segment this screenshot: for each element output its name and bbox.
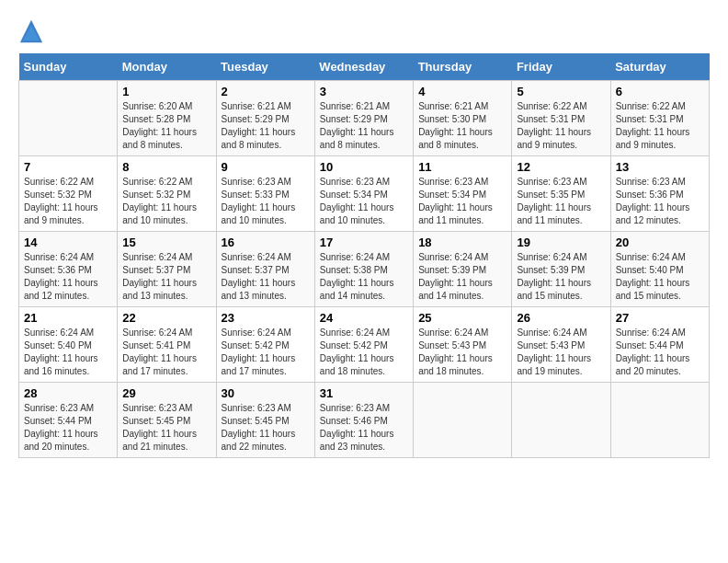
- day-number: 29: [122, 386, 210, 400]
- page-header: [18, 18, 710, 44]
- day-info: Sunrise: 6:24 AMSunset: 5:42 PMDaylight:…: [320, 327, 394, 376]
- day-cell: 24 Sunrise: 6:24 AMSunset: 5:42 PMDaylig…: [314, 307, 413, 383]
- day-number: 3: [320, 85, 408, 98]
- day-info: Sunrise: 6:23 AMSunset: 5:34 PMDaylight:…: [418, 177, 493, 225]
- day-number: 14: [24, 236, 112, 249]
- day-number: 26: [517, 311, 605, 325]
- day-cell: 25 Sunrise: 6:24 AMSunset: 5:43 PMDaylig…: [414, 307, 512, 383]
- day-number: 8: [122, 160, 210, 174]
- day-info: Sunrise: 6:24 AMSunset: 5:41 PMDaylight:…: [122, 327, 197, 376]
- day-number: 25: [418, 311, 506, 325]
- day-info: Sunrise: 6:22 AMSunset: 5:31 PMDaylight:…: [616, 101, 690, 150]
- logo: [18, 18, 48, 44]
- day-info: Sunrise: 6:24 AMSunset: 5:40 PMDaylight:…: [24, 327, 98, 376]
- day-number: 24: [320, 311, 408, 325]
- day-cell: 8 Sunrise: 6:22 AMSunset: 5:32 PMDayligh…: [118, 156, 216, 232]
- day-cell: 18 Sunrise: 6:24 AMSunset: 5:39 PMDaylig…: [414, 232, 512, 307]
- day-cell: 21 Sunrise: 6:24 AMSunset: 5:40 PMDaylig…: [19, 307, 118, 383]
- day-number: 31: [320, 386, 408, 400]
- day-number: 10: [320, 160, 408, 174]
- day-number: 17: [320, 236, 408, 249]
- day-header-monday: Monday: [118, 53, 216, 81]
- day-number: 15: [122, 236, 210, 249]
- day-info: Sunrise: 6:24 AMSunset: 5:37 PMDaylight:…: [122, 252, 197, 301]
- day-cell: 19 Sunrise: 6:24 AMSunset: 5:39 PMDaylig…: [512, 232, 610, 307]
- day-info: Sunrise: 6:24 AMSunset: 5:43 PMDaylight:…: [517, 327, 591, 376]
- day-number: 19: [517, 236, 605, 249]
- day-cell: 16 Sunrise: 6:24 AMSunset: 5:37 PMDaylig…: [216, 232, 314, 307]
- calendar-table: SundayMondayTuesdayWednesdayThursdayFrid…: [18, 53, 710, 458]
- day-info: Sunrise: 6:24 AMSunset: 5:36 PMDaylight:…: [24, 252, 98, 301]
- day-header-saturday: Saturday: [610, 53, 709, 81]
- day-number: 30: [222, 386, 310, 400]
- day-number: 1: [122, 85, 210, 98]
- day-number: 20: [616, 236, 704, 249]
- day-number: 9: [222, 160, 310, 174]
- day-number: 13: [616, 160, 704, 174]
- day-number: 2: [222, 85, 310, 98]
- week-row-5: 28 Sunrise: 6:23 AMSunset: 5:44 PMDaylig…: [19, 383, 710, 458]
- day-cell: 5 Sunrise: 6:22 AMSunset: 5:31 PMDayligh…: [512, 81, 610, 156]
- day-number: 27: [616, 311, 704, 325]
- day-cell: 30 Sunrise: 6:23 AMSunset: 5:45 PMDaylig…: [216, 383, 314, 458]
- day-info: Sunrise: 6:23 AMSunset: 5:33 PMDaylight:…: [222, 177, 296, 225]
- day-header-sunday: Sunday: [19, 53, 118, 81]
- day-number: 16: [222, 236, 310, 249]
- day-cell: 15 Sunrise: 6:24 AMSunset: 5:37 PMDaylig…: [118, 232, 216, 307]
- day-info: Sunrise: 6:23 AMSunset: 5:34 PMDaylight:…: [320, 177, 394, 225]
- day-cell: [610, 383, 709, 458]
- day-info: Sunrise: 6:24 AMSunset: 5:42 PMDaylight:…: [222, 327, 296, 376]
- day-header-friday: Friday: [512, 53, 610, 81]
- day-number: 5: [517, 85, 605, 98]
- day-cell: 9 Sunrise: 6:23 AMSunset: 5:33 PMDayligh…: [216, 156, 314, 232]
- day-header-tuesday: Tuesday: [216, 53, 314, 81]
- day-number: 11: [418, 160, 506, 174]
- day-cell: 6 Sunrise: 6:22 AMSunset: 5:31 PMDayligh…: [610, 81, 709, 156]
- day-cell: 11 Sunrise: 6:23 AMSunset: 5:34 PMDaylig…: [414, 156, 512, 232]
- day-cell: 29 Sunrise: 6:23 AMSunset: 5:45 PMDaylig…: [118, 383, 216, 458]
- day-cell: [414, 383, 512, 458]
- day-header-thursday: Thursday: [414, 53, 512, 81]
- day-info: Sunrise: 6:24 AMSunset: 5:39 PMDaylight:…: [418, 252, 493, 301]
- day-cell: 4 Sunrise: 6:21 AMSunset: 5:30 PMDayligh…: [414, 81, 512, 156]
- day-cell: 27 Sunrise: 6:24 AMSunset: 5:44 PMDaylig…: [610, 307, 709, 383]
- week-row-3: 14 Sunrise: 6:24 AMSunset: 5:36 PMDaylig…: [19, 232, 710, 307]
- day-number: 12: [517, 160, 605, 174]
- day-cell: 26 Sunrise: 6:24 AMSunset: 5:43 PMDaylig…: [512, 307, 610, 383]
- day-cell: 31 Sunrise: 6:23 AMSunset: 5:46 PMDaylig…: [314, 383, 413, 458]
- day-info: Sunrise: 6:24 AMSunset: 5:44 PMDaylight:…: [616, 327, 690, 376]
- day-cell: 28 Sunrise: 6:23 AMSunset: 5:44 PMDaylig…: [19, 383, 118, 458]
- day-number: 23: [222, 311, 310, 325]
- day-info: Sunrise: 6:23 AMSunset: 5:45 PMDaylight:…: [222, 403, 296, 452]
- day-cell: 20 Sunrise: 6:24 AMSunset: 5:40 PMDaylig…: [610, 232, 709, 307]
- day-info: Sunrise: 6:21 AMSunset: 5:29 PMDaylight:…: [222, 101, 296, 150]
- week-row-2: 7 Sunrise: 6:22 AMSunset: 5:32 PMDayligh…: [19, 156, 710, 232]
- day-cell: 7 Sunrise: 6:22 AMSunset: 5:32 PMDayligh…: [19, 156, 118, 232]
- day-info: Sunrise: 6:21 AMSunset: 5:29 PMDaylight:…: [320, 101, 394, 150]
- day-cell: 22 Sunrise: 6:24 AMSunset: 5:41 PMDaylig…: [118, 307, 216, 383]
- day-info: Sunrise: 6:23 AMSunset: 5:46 PMDaylight:…: [320, 403, 394, 452]
- day-cell: 13 Sunrise: 6:23 AMSunset: 5:36 PMDaylig…: [610, 156, 709, 232]
- day-info: Sunrise: 6:24 AMSunset: 5:40 PMDaylight:…: [616, 252, 690, 301]
- day-info: Sunrise: 6:24 AMSunset: 5:38 PMDaylight:…: [320, 252, 394, 301]
- day-cell: 12 Sunrise: 6:23 AMSunset: 5:35 PMDaylig…: [512, 156, 610, 232]
- day-cell: 2 Sunrise: 6:21 AMSunset: 5:29 PMDayligh…: [216, 81, 314, 156]
- day-number: 7: [24, 160, 112, 174]
- day-header-row: SundayMondayTuesdayWednesdayThursdayFrid…: [19, 53, 710, 81]
- logo-icon: [18, 18, 44, 44]
- day-number: 6: [616, 85, 704, 98]
- day-cell: 14 Sunrise: 6:24 AMSunset: 5:36 PMDaylig…: [19, 232, 118, 307]
- week-row-1: 1 Sunrise: 6:20 AMSunset: 5:28 PMDayligh…: [19, 81, 710, 156]
- day-info: Sunrise: 6:22 AMSunset: 5:32 PMDaylight:…: [122, 177, 197, 225]
- day-cell: [19, 81, 118, 156]
- day-info: Sunrise: 6:23 AMSunset: 5:45 PMDaylight:…: [122, 403, 197, 452]
- day-info: Sunrise: 6:24 AMSunset: 5:39 PMDaylight:…: [517, 252, 591, 301]
- day-cell: 17 Sunrise: 6:24 AMSunset: 5:38 PMDaylig…: [314, 232, 413, 307]
- day-info: Sunrise: 6:24 AMSunset: 5:37 PMDaylight:…: [222, 252, 296, 301]
- day-cell: 10 Sunrise: 6:23 AMSunset: 5:34 PMDaylig…: [314, 156, 413, 232]
- day-info: Sunrise: 6:22 AMSunset: 5:31 PMDaylight:…: [517, 101, 591, 150]
- day-number: 21: [24, 311, 112, 325]
- day-info: Sunrise: 6:23 AMSunset: 5:36 PMDaylight:…: [616, 177, 690, 225]
- day-cell: 1 Sunrise: 6:20 AMSunset: 5:28 PMDayligh…: [118, 81, 216, 156]
- day-info: Sunrise: 6:22 AMSunset: 5:32 PMDaylight:…: [24, 177, 98, 225]
